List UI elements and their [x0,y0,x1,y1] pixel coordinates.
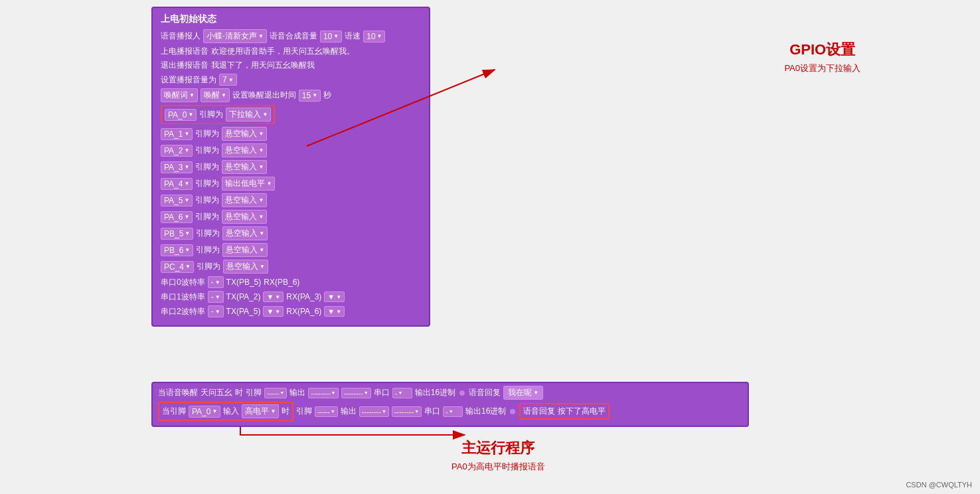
pa3-pin-dropdown[interactable]: PA_3 [161,161,193,173]
event1-time: 时 [235,387,243,398]
event1-port-dropdown[interactable]: - [392,388,412,398]
event2-highlighted: 当引脚 PA_0 输入 高电平 时 [158,402,293,421]
event1-voice-reply-label: 语音回复 [469,387,501,398]
gpio-title: GPIO设置 [784,40,860,60]
event1-output-dropdown[interactable]: -------- [308,388,338,398]
pa3-mode-dropdown[interactable]: 悬空输入 [222,160,267,174]
event1-voice-reply-val[interactable]: 我在呢 [503,386,543,400]
event-row-1: 当语音唤醒 天问五幺 时 引脚 ----- 输出 -------- ------… [158,386,742,400]
footer: CSDN @CWQLTYH [906,481,972,489]
event2-port-label: 串口 [424,406,440,417]
wake-word-row: 唤醒词 唤醒 设置唤醒退出时间 15 秒 [161,88,421,102]
event2-voice-highlighted: 语音回复 按下了高电平 [519,403,610,420]
pc4-row: PC_4 引脚为 悬空输入 [161,260,421,274]
event2-input-label: 输入 [223,406,239,417]
event1-blank-dropdown[interactable]: -------- [341,388,371,398]
uart1-label: 串口1波特率 [161,291,205,303]
panel-title: 上电初始状态 [161,13,421,25]
pa5-row: PA_5 引脚为 悬空输入 [161,193,421,207]
pb6-row: PB_6 引脚为 悬空输入 [161,243,421,257]
uart2-row: 串口2波特率 - TX(PA_5) ▼ RX(PA_6) ▼ [161,305,421,317]
wake-time-dropdown[interactable]: 15 [299,90,321,102]
event1-content: 天问五幺 [201,387,232,398]
event-panel: 当语音唤醒 天问五幺 时 引脚 ----- 输出 -------- ------… [151,382,749,427]
event1-pin-dropdown[interactable]: ----- [264,388,287,398]
pa6-pin-dropdown[interactable]: PA_6 [161,211,193,223]
event1-port-label: 串口 [374,387,390,398]
voice-reporter-row: 语音播报人 小蝶-清新女声 语音合成音量 10 语速 10 [161,29,421,43]
event1-dot [459,390,465,396]
pa2-pin-dropdown[interactable]: PA_2 [161,145,193,157]
pa1-mode-dropdown[interactable]: 悬空输入 [222,127,267,141]
pb5-pin-dropdown[interactable]: PB_5 [161,228,193,240]
pa2-mode-dropdown[interactable]: 悬空输入 [222,143,267,157]
pb6-mode-dropdown[interactable]: 悬空输入 [222,243,268,257]
exit-voice-row: 退出播报语音 我退下了，用天问五幺唤醒我 [161,60,421,71]
event2-hex-label: 输出16进制 [465,406,506,417]
wake-time-label: 设置唤醒退出时间 [232,90,296,101]
volume-label: 设置播报音量为 [161,74,216,86]
main-program-title: 主运行程序 [451,438,545,458]
event2-pin-dropdown2[interactable]: ----- [315,406,337,417]
power-on-voice-row: 上电播报语音 欢迎使用语音助手，用天问五幺唤醒我。 [161,46,421,57]
uart2-tx: TX(PA_5) [226,307,261,316]
uart0-baud-dropdown[interactable]: - [208,276,224,288]
event2-when: 当引脚 [162,406,186,417]
pa4-pin-dropdown[interactable]: PA_4 [161,178,193,190]
pa1-pin-dropdown[interactable]: PA_1 [161,128,193,140]
wake-time-unit: 秒 [323,90,331,101]
event1-output-label: 输出 [289,387,305,398]
pc4-pin-dropdown[interactable]: PC_4 [161,261,194,273]
uart1-rx-dropdown[interactable]: ▼ [324,291,345,302]
voice-speed-label: 语速 [345,31,361,42]
event2-pin-dropdown[interactable]: PA_0 [189,406,220,418]
uart2-rx-dropdown[interactable]: ▼ [324,306,345,317]
event1-when: 当语音唤醒 [158,387,198,398]
pa0-row: PA_0 引脚为 下拉输入 [161,105,421,124]
uart2-rx: RX(PA_6) [286,307,321,316]
pa5-mode-dropdown[interactable]: 悬空输入 [222,193,267,207]
event2-port-dropdown[interactable]: - [443,406,463,417]
event2-blank-dropdown[interactable]: -------- [392,406,422,417]
uart1-row: 串口1波特率 - TX(PA_2) ▼ RX(PA_3) ▼ [161,291,421,303]
event-row-2: 当引脚 PA_0 输入 高电平 时 引脚 ----- 输出 -------- -… [158,402,742,421]
uart1-tx-dropdown[interactable]: ▼ [263,291,284,302]
pa5-pin-dropdown[interactable]: PA_5 [161,195,193,206]
config-panel: 上电初始状态 语音播报人 小蝶-清新女声 语音合成音量 10 语速 10 上电播… [151,7,430,327]
voice-person-dropdown[interactable]: 小蝶-清新女声 [203,29,267,43]
uart0-tx: TX(PB_5) [226,278,262,287]
event2-output-label: 输出 [341,406,357,417]
uart1-baud-dropdown[interactable]: - [208,291,224,303]
event2-input-val-dropdown[interactable]: 高电平 [242,404,279,418]
voice-volume-dropdown[interactable]: 10 [320,31,342,42]
voice-reporter-label: 语音播报人 [161,31,201,42]
uart1-rx: RX(PA_3) [286,292,321,301]
voice-speed-dropdown[interactable]: 10 [363,31,385,42]
uart2-baud-dropdown[interactable]: - [208,305,224,317]
wake-word-dropdown[interactable]: 唤醒词 [161,88,198,102]
uart2-tx-dropdown[interactable]: ▼ [263,306,284,317]
uart1-tx: TX(PA_2) [226,292,261,301]
footer-text: CSDN @CWQLTYH [906,481,972,489]
pa3-row: PA_3 引脚为 悬空输入 [161,160,421,174]
event2-output-dropdown[interactable]: -------- [359,406,389,417]
pa0-mode-dropdown[interactable]: 下拉输入 [226,108,271,122]
volume-row: 设置播报音量为 7 [161,74,421,86]
wake-action-dropdown[interactable]: 唤醒 [201,88,230,102]
main-program-annotation: 主运行程序 PA0为高电平时播报语音 [451,438,545,473]
event2-pin-label: 引脚 [296,406,312,417]
event2-voice-reply-label: 语音回复 [523,406,555,417]
power-on-label: 上电播报语音 [161,46,208,57]
exit-voice-label: 退出播报语音 [161,60,208,71]
uart0-row: 串口0波特率 - TX(PB_5) RX(PB_6) [161,276,421,288]
pa0-pin-dropdown[interactable]: PA_0 [165,109,197,121]
pb6-pin-dropdown[interactable]: PB_6 [161,244,193,256]
pb5-mode-dropdown[interactable]: 悬空输入 [222,226,268,240]
uart2-label: 串口2波特率 [161,306,205,317]
pa4-mode-dropdown[interactable]: 输出低电平 [222,177,275,191]
volume-dropdown[interactable]: 7 [219,74,237,86]
gpio-annotation: GPIO设置 PA0设置为下拉输入 [784,40,860,74]
pc4-mode-dropdown[interactable]: 悬空输入 [223,260,268,274]
pa0-highlighted: PA_0 引脚为 下拉输入 [161,105,275,124]
pa6-mode-dropdown[interactable]: 悬空输入 [222,210,267,224]
